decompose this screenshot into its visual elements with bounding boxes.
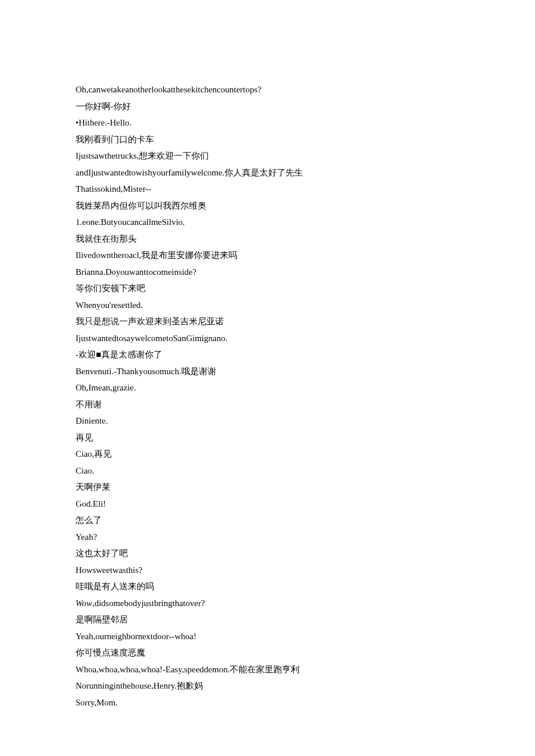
document-body: Oh,canwetakeanotherlookatthesekitchencou… (76, 81, 459, 711)
text-line: 1.eone.ButyoucancallmeSilvio. (76, 214, 459, 231)
text-line: Ciao,再见 (76, 446, 459, 463)
document-page: Oh,canwetakeanotherlookatthesekitchencou… (0, 0, 535, 756)
text-line: •Hithere.-Hello. (76, 114, 459, 131)
text-line: 我只是想说一声欢迎来到圣吉米尼亚诺 (76, 313, 459, 330)
text-line: Thatissokind,Mister-- (76, 181, 459, 198)
text-line: Brianna.Doyouwanttocomeinside? (76, 264, 459, 281)
text-line: 哇哦是有人送来的吗 (76, 578, 459, 595)
text-line: IjustwantedtosaywelcometoSanGimignano. (76, 330, 459, 347)
text-line: Yeah? (76, 529, 459, 546)
text-line: Wow,didsomebodyjustbringthatover? (76, 595, 459, 612)
text-line: Howsweetwasthis? (76, 562, 459, 579)
text-line: 等你们安顿下来吧 (76, 280, 459, 297)
text-line: Diniente. (76, 413, 459, 429)
text-line: 我姓莱昂内但你可以叫我西尔维奥 (76, 198, 459, 214)
text-line: andIjustwantedtowishyourfamilywelcome.你人… (76, 164, 459, 181)
text-line: Ciao. (76, 463, 459, 479)
text-line: 我就住在街那头 (76, 231, 459, 248)
text-line: 你可慢点速度恶魔 (76, 644, 459, 661)
text-line: Ijustsawthetrucks,想来欢迎一下你们 (76, 148, 459, 164)
text-line: 再见 (76, 429, 459, 446)
text-line: Whoa,whoa,whoa,whoa!-Easy,speeddemon.不能在… (76, 661, 459, 678)
text-line: 这也太好了吧 (76, 545, 459, 562)
text-line: God.Eli! (76, 496, 459, 513)
text-line: Sorry,Mom. (76, 694, 459, 711)
text-line: 我刚看到门口的卡车 (76, 131, 459, 148)
text-line: Benvenuti.-Thankyousomuch.哦是谢谢 (76, 363, 459, 380)
text-line: 怎么了 (76, 512, 459, 529)
text-line: Oh,Imean,grazie. (76, 379, 459, 396)
text-line: 是啊隔壁邻居 (76, 611, 459, 628)
text-line: Oh,canwetakeanotherlookatthesekitchencou… (76, 81, 459, 98)
text-line: -欢迎■真是太感谢你了 (76, 346, 459, 363)
text-line: Whenyou'resettled. (76, 297, 459, 314)
text-line: Ilivedowntheroacl,我是布里安娜你要进来吗 (76, 247, 459, 264)
text-line: 天啊伊莱 (76, 479, 459, 496)
text-line: Norunninginthehouse,Henry.抱歉妈 (76, 678, 459, 694)
text-line: 一你好啊-你好 (76, 98, 459, 115)
text-line: Yeah,ourneighbornextdoor--whoa! (76, 628, 459, 645)
text-line: 不用谢 (76, 396, 459, 413)
